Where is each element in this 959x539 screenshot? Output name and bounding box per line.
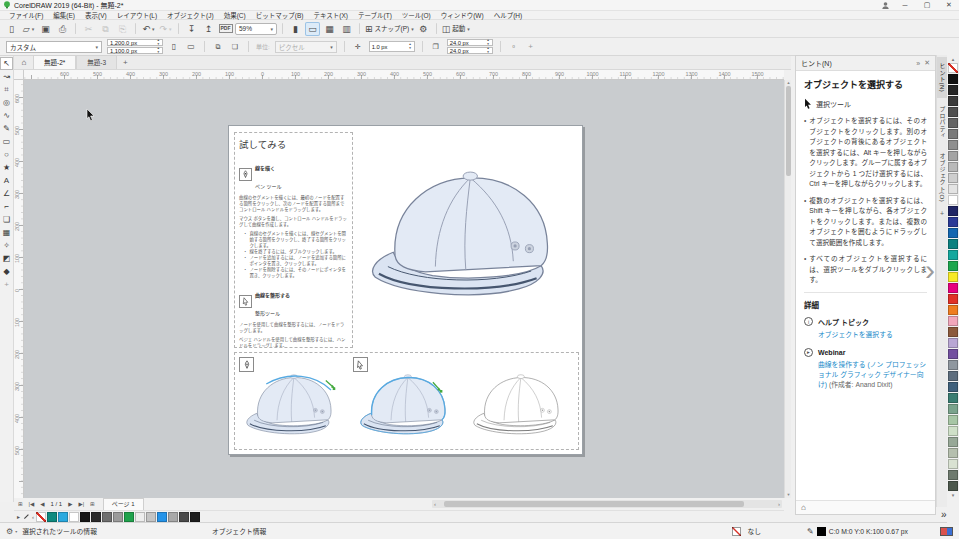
document-palette-swatch[interactable] [58,512,68,522]
show-guidelines-icon[interactable]: ▥ [339,22,354,36]
document-palette-swatch[interactable] [36,512,46,522]
fill-color-swatch[interactable] [732,527,741,536]
previous-page-button[interactable]: ◀ [38,501,46,507]
document-palette-swatch[interactable] [113,512,123,522]
new-document-icon[interactable]: ▯ [4,22,19,36]
palette-swatch[interactable] [948,261,958,271]
menu-item[interactable]: ビットマップ(B) [251,11,309,20]
menu-item[interactable]: テーブル(T) [353,11,397,20]
artistic-media-tool-icon[interactable]: ✎ [0,122,13,135]
options-gear-icon[interactable]: ⚙ [416,22,431,36]
add-docker-button[interactable]: + [940,210,944,217]
document-palette-swatch[interactable] [124,512,134,522]
palette-swatch[interactable] [948,470,958,480]
zoom-level-combo[interactable]: 59%▾ [235,23,277,35]
palette-swatch[interactable] [948,85,958,95]
palette-swatch[interactable] [948,129,958,139]
duplicate-y-field[interactable]: 24.0 px▲▼ [447,47,493,54]
docker-tab-hints[interactable]: ヒント(N) [937,57,947,98]
document-tab-untitled-3[interactable]: 無題-3 [76,55,117,69]
docker-close-icon[interactable]: ✕ [924,59,930,67]
palette-scroll-left-icon[interactable]: ‹ [32,514,34,520]
crop-tool-icon[interactable]: ⌗ [0,83,13,96]
add-tool-button[interactable]: + [0,278,13,291]
transparency-tool-icon[interactable]: ▦ [0,226,13,239]
menu-item[interactable]: レイアウト(L) [112,11,162,20]
palette-swatch[interactable] [948,349,958,359]
document-tab-untitled-2[interactable]: 無題-2* [33,55,76,69]
color-proof-icon[interactable] [940,527,953,536]
drawing-canvas[interactable]: 試してみる 線を描く ペン ツール 曲線のセグメントを描くには、最初のノードを配… [24,80,784,498]
palette-swatch[interactable] [948,305,958,315]
palette-swatch[interactable] [948,173,958,183]
palette-expander-icon[interactable]: › [925,250,935,290]
interactive-fill-tool-icon[interactable]: ◩ [0,252,13,265]
add-page-before-button[interactable]: ⊞ [16,501,25,507]
open-icon[interactable]: ▱▾ [21,22,36,36]
menu-item[interactable]: ツール(O) [397,11,436,20]
paste-icon[interactable]: ⎘ [115,22,130,36]
ellipse-tool-icon[interactable]: ○ [0,148,13,161]
menu-item[interactable]: 効果(C) [219,11,251,20]
page-tab[interactable]: ページ 1 [103,498,144,510]
document-palette-swatch[interactable] [168,512,178,522]
palette-swatch[interactable] [948,459,958,469]
apply-size-all-pages-button[interactable]: ⧉ [212,43,224,51]
palette-swatch[interactable] [948,206,958,216]
menu-item[interactable]: テキスト(X) [308,11,352,20]
palette-swatch[interactable] [948,162,958,172]
portrait-button[interactable]: ▯ [168,42,180,51]
status-gear-caret[interactable]: ▾ [15,529,17,534]
document-palette-swatch[interactable] [47,512,57,522]
launch-menu-button[interactable]: ◫起動▾ [442,22,470,36]
undo-icon[interactable]: ↶▾ [141,22,156,36]
show-rulers-icon[interactable]: ▭ [305,22,320,36]
docker-tab-objects[interactable]: オブジェクト(O) [937,147,947,208]
nudge-distance-field[interactable]: 1.0 px▲▼ [369,41,415,52]
palette-swatch[interactable] [948,294,958,304]
palette-scroll-down-icon[interactable]: ▾ [952,492,955,498]
menu-item[interactable]: ファイル(F) [4,11,48,20]
ruler-origin-corner[interactable] [14,70,24,80]
print-icon[interactable]: ⎙ [55,22,70,36]
palette-swatch[interactable] [948,338,958,348]
export-icon[interactable]: ↥ [201,22,216,36]
smart-fill-tool-icon[interactable]: ◆ [0,265,13,278]
scroll-right-icon[interactable]: › [778,500,780,508]
dimension-tool-icon[interactable]: ∠ [0,187,13,200]
landscape-button[interactable]: ▭ [185,42,197,51]
palette-swatch[interactable] [948,184,958,194]
palette-swatch[interactable] [948,426,958,436]
cut-icon[interactable]: ✂ [81,22,96,36]
canvas-vertical-scrollbar[interactable]: ▲ ▼ [784,80,791,498]
fullscreen-preview-icon[interactable]: ▮ [288,22,303,36]
page-preset-combo[interactable]: カスタム▾ [6,41,102,53]
palette-swatch[interactable] [948,360,958,370]
first-page-button[interactable]: |◀ [27,501,37,507]
document-palette-swatch[interactable] [135,512,145,522]
document-palette-swatch[interactable] [190,512,200,522]
document-palette-swatch[interactable] [157,512,167,522]
duplicate-x-field[interactable]: 24.0 px▲▼ [447,39,493,46]
palette-swatch[interactable] [948,316,958,326]
welcome-home-icon[interactable]: ⌂ [16,56,32,69]
menu-item[interactable]: ウィンドウ(W) [436,11,489,20]
show-grid-icon[interactable]: ▦ [322,22,337,36]
import-icon[interactable]: ↧ [184,22,199,36]
palette-swatch[interactable] [948,404,958,414]
polygon-tool-icon[interactable]: ★ [0,161,13,174]
status-gear-icon[interactable]: ⚙ [6,527,13,536]
palette-swatch[interactable] [948,437,958,447]
scroll-left-icon[interactable]: ‹ [434,500,436,508]
palette-swatch[interactable] [948,272,958,282]
zoom-tool-icon[interactable]: ◎ [0,96,13,109]
menu-item[interactable]: ヘルプ(H) [489,11,528,20]
document-palette-swatch[interactable] [69,512,79,522]
palette-swatch[interactable] [948,74,958,84]
palette-more-icon[interactable]: » [941,509,947,520]
vertical-ruler[interactable]: 6005004003002001000100200300400500 [14,80,24,498]
page-height-field[interactable]: 1,100.0 px▲▼ [107,47,163,54]
document-palette-swatch[interactable] [91,512,101,522]
last-page-button[interactable]: ▶| [76,501,86,507]
save-icon[interactable]: ▣ [38,22,53,36]
